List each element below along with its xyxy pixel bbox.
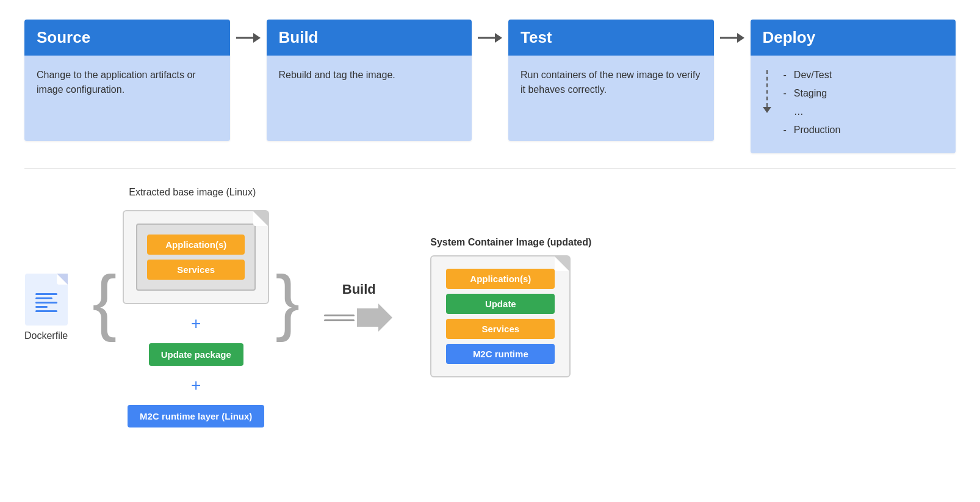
system-label: System Container Image (updated) xyxy=(430,237,591,248)
inner-doc-box: Application(s) Services xyxy=(136,224,256,291)
dockerfile-container: Dockerfile xyxy=(24,274,68,341)
m2c-badge: M2C runtime layer (Linux) xyxy=(128,405,264,427)
applications-badge: Application(s) xyxy=(147,235,245,255)
dockerfile-icon xyxy=(25,274,68,326)
sys-applications-badge: Application(s) xyxy=(446,269,555,289)
right-arrow-icon-3 xyxy=(720,32,744,44)
file-line xyxy=(35,306,48,308)
file-line xyxy=(35,302,57,304)
test-step: Test Run containers of the new image to … xyxy=(508,20,714,141)
deploy-arrow xyxy=(763,70,771,139)
system-doc-box: Application(s) Update Services M2C runti… xyxy=(430,255,571,377)
right-bracket: } xyxy=(275,264,300,350)
pipeline-section: Source Change to the application artifac… xyxy=(0,0,980,168)
right-arrow-icon-2 xyxy=(478,32,502,44)
sys-m2c-badge: M2C runtime xyxy=(446,344,555,364)
source-step: Source Change to the application artifac… xyxy=(24,20,230,141)
deploy-body: -Dev/Test -Staging -… -Production xyxy=(751,56,956,153)
file-line xyxy=(35,297,52,299)
build-text: Rebuild and tag the image. xyxy=(279,70,395,80)
update-package-badge: Update package xyxy=(149,343,243,366)
source-title: Source xyxy=(37,28,90,46)
deploy-list: -Dev/Test -Staging -… -Production xyxy=(784,68,841,141)
bottom-section: Dockerfile { Extracted base image (Linux… xyxy=(0,169,980,446)
deploy-dots: … xyxy=(794,104,804,119)
base-image-doc: Application(s) Services xyxy=(123,210,269,304)
arrow-build-test xyxy=(472,32,508,44)
test-text: Run containers of the new image to verif… xyxy=(521,70,700,95)
double-lines xyxy=(324,315,355,321)
deploy-item-production: Production xyxy=(794,123,841,137)
fat-arrow-icon xyxy=(357,302,394,333)
system-container-section: System Container Image (updated) Applica… xyxy=(430,237,591,377)
file-line xyxy=(35,293,57,295)
deploy-header: Deploy xyxy=(751,20,956,56)
plus-sign-2: + xyxy=(191,376,201,395)
list-item: -Staging xyxy=(784,86,841,101)
list-item: -Production xyxy=(784,123,841,137)
arrow-head-icon xyxy=(763,107,771,113)
h-line-bottom xyxy=(324,319,355,321)
plus-sign-1: + xyxy=(191,314,201,333)
extracted-label: Extracted base image (Linux) xyxy=(129,187,256,198)
deploy-title: Deploy xyxy=(763,28,816,46)
sys-update-badge: Update xyxy=(446,294,555,314)
dashed-line xyxy=(766,70,768,107)
test-title: Test xyxy=(521,28,552,46)
dockerfile-label: Dockerfile xyxy=(24,330,68,341)
source-header: Source xyxy=(24,20,230,56)
right-arrow-icon xyxy=(236,32,261,44)
list-item: -Dev/Test xyxy=(784,68,841,82)
build-title: Build xyxy=(279,28,319,46)
build-arrow-section: Build xyxy=(324,282,394,333)
sys-services-badge: Services xyxy=(446,319,555,339)
build-arrow-visual xyxy=(324,302,394,333)
arrow-source-build xyxy=(230,32,267,44)
h-line-top xyxy=(324,315,355,316)
source-body: Change to the application artifacts or i… xyxy=(24,56,230,141)
services-badge: Services xyxy=(147,260,245,280)
deploy-item-staging: Staging xyxy=(794,86,827,101)
test-header: Test xyxy=(508,20,714,56)
list-item: -… xyxy=(784,104,841,119)
extracted-section: Extracted base image (Linux) Application… xyxy=(123,187,269,427)
build-body: Rebuild and tag the image. xyxy=(267,56,472,141)
build-step: Build Rebuild and tag the image. xyxy=(267,20,472,141)
build-header: Build xyxy=(267,20,472,56)
file-lines xyxy=(31,288,62,317)
file-line xyxy=(35,310,57,312)
deploy-step: Deploy -Dev/Test -Staging -… -Production xyxy=(751,20,956,153)
test-body: Run containers of the new image to verif… xyxy=(508,56,714,141)
fat-arrow-container xyxy=(357,302,394,333)
svg-marker-0 xyxy=(357,304,392,332)
deploy-item-devtest: Dev/Test xyxy=(794,68,832,82)
left-bracket: { xyxy=(92,264,117,350)
build-label: Build xyxy=(342,282,376,297)
source-text: Change to the application artifacts or i… xyxy=(37,70,196,95)
arrow-test-deploy xyxy=(714,32,751,44)
